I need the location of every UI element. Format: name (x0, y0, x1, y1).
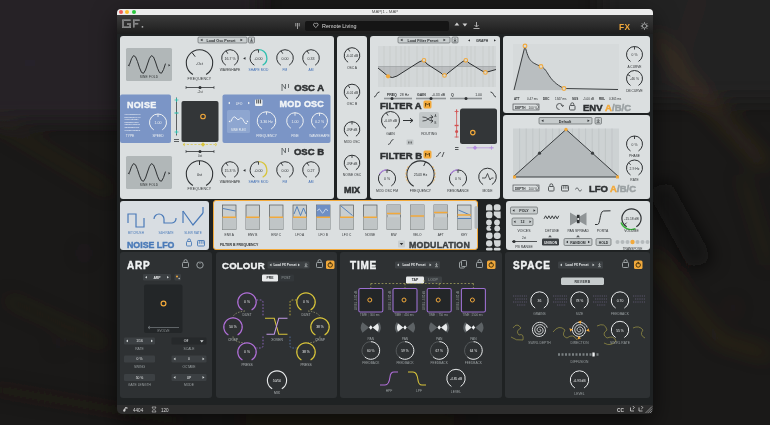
svg-text:NOISE: NOISE (127, 100, 157, 110)
svg-text:0.00: 0.00 (282, 56, 289, 60)
svg-text:WAVESHAPE: WAVESHAPE (309, 134, 330, 138)
svg-text:50/50: 50/50 (272, 379, 281, 383)
svg-text:-4.85 dB: -4.85 dB (450, 377, 462, 381)
svg-text:0 %: 0 % (244, 300, 250, 304)
svg-text:Load Osc Preset: Load Osc Preset (206, 38, 236, 42)
svg-text:4404: 4404 (133, 408, 144, 413)
svg-text:HOLD: HOLD (599, 240, 609, 244)
svg-text:0 %: 0 % (455, 177, 461, 181)
svg-text:-46 %: -46 % (630, 77, 639, 81)
svg-text:0 %: 0 % (384, 177, 390, 181)
svg-text:-6.02 dB: -6.02 dB (346, 54, 358, 58)
svg-text:OCTAVE: OCTAVE (182, 364, 196, 368)
svg-text:MOD OSC FM: MOD OSC FM (376, 188, 398, 192)
svg-text:SINE FLEX: SINE FLEX (231, 127, 246, 131)
svg-text:VOICES: VOICES (518, 228, 532, 232)
svg-text:120: 120 (161, 408, 169, 413)
svg-text:RESONANCE: RESONANCE (447, 188, 469, 192)
svg-text:0 %: 0 % (244, 350, 250, 354)
svg-text:/B/C: /B/C (612, 101, 631, 112)
svg-text:SWIRL RATE: SWIRL RATE (610, 341, 631, 345)
svg-text:MIX: MIX (344, 185, 360, 195)
svg-text:PHASE: PHASE (629, 154, 640, 158)
svg-text:MOD OSC: MOD OSC (280, 99, 325, 109)
svg-text:1.00: 1.00 (155, 121, 162, 125)
svg-text:DEPTH: DEPTH (515, 186, 526, 190)
svg-text:LEVEL: LEVEL (451, 389, 461, 393)
svg-text:DB CURVE: DB CURVE (626, 88, 642, 92)
svg-text:REVERB: REVERB (575, 279, 591, 283)
svg-text:A: A (435, 114, 437, 118)
svg-text:-6.01 dB: -6.01 dB (346, 90, 358, 94)
svg-text:50 %: 50 % (136, 375, 144, 379)
svg-text:ENV B: ENV B (247, 233, 257, 237)
svg-text:ARP: ARP (127, 260, 151, 271)
svg-text:WAVESHAPE: WAVESHAPE (220, 180, 241, 184)
svg-text:Load Filter Preset: Load Filter Preset (407, 38, 439, 42)
svg-text:PRESS: PRESS (300, 362, 312, 366)
svg-text:LEVEL -6.02 dB: LEVEL -6.02 dB (388, 290, 392, 309)
svg-text:50 %: 50 % (229, 325, 237, 329)
svg-text:12: 12 (521, 220, 525, 224)
svg-text:AFT: AFT (437, 233, 443, 237)
svg-text:MW: MW (390, 233, 396, 237)
svg-text:FEEDBACK: FEEDBACK (611, 311, 630, 315)
svg-text:FEEDBACK: FEEDBACK (465, 361, 483, 365)
svg-text:POLY: POLY (519, 209, 529, 213)
svg-text:-15.18 dB: -15.18 dB (624, 216, 639, 220)
svg-text:POST: POST (281, 276, 290, 280)
svg-text:LEVEL -6.02 dB: LEVEL -6.02 dB (422, 290, 426, 309)
svg-text:A: A (605, 101, 612, 112)
svg-text:SWING: SWING (134, 364, 146, 368)
svg-text:-INF dB: -INF dB (347, 161, 358, 165)
svg-text:SWIRL DEPTH: SWIRL DEPTH (528, 341, 551, 345)
svg-text:ROUTING: ROUTING (421, 132, 437, 136)
svg-text:SHAPE MOD: SHAPE MOD (249, 180, 269, 184)
svg-text:Remote Living: Remote Living (322, 22, 356, 28)
svg-text:-0.00: -0.00 (254, 168, 262, 172)
svg-text:DIRECTION: DIRECTION (570, 341, 589, 345)
svg-text:LFO: LFO (589, 182, 608, 193)
svg-text:FREQUENCY: FREQUENCY (410, 188, 432, 192)
svg-text:NOISE LFO: NOISE LFO (127, 239, 175, 249)
svg-text:-0.00: -0.00 (254, 56, 262, 60)
svg-text:CRISP: CRISP (227, 337, 238, 341)
svg-text:GRAPH: GRAPH (476, 38, 489, 42)
svg-text:0.27: 0.27 (308, 168, 315, 172)
svg-text:Default: Default (559, 119, 572, 123)
svg-text:-INF dB: -INF dB (347, 128, 358, 132)
svg-text:2.9 Hz: 2.9 Hz (630, 166, 640, 170)
svg-text:1.00: 1.00 (475, 92, 482, 96)
svg-text:300 ms: 300 ms (370, 313, 380, 317)
svg-text:NOISE OSC: NOISE OSC (343, 173, 362, 177)
svg-text:DIFFUSION: DIFFUSION (571, 359, 589, 363)
svg-text:LEVEL -6.02 dB: LEVEL -6.02 dB (354, 290, 358, 309)
svg-text:OSC B: OSC B (294, 146, 324, 157)
svg-text:SIZE: SIZE (576, 311, 584, 315)
svg-text:REL: REL (599, 96, 605, 100)
svg-text:28 Hz: 28 Hz (400, 92, 409, 96)
svg-text:FILTER A: FILTER A (380, 99, 422, 110)
svg-text:Load FX Preset: Load FX Preset (402, 263, 426, 267)
svg-text:KEY: KEY (461, 233, 468, 237)
svg-text:GAIN: GAIN (417, 92, 426, 96)
svg-text:1500 ms: 1500 ms (472, 313, 484, 317)
svg-text:FX: FX (619, 21, 630, 31)
svg-text:ENV: ENV (583, 101, 603, 112)
svg-text:0 %: 0 % (137, 357, 143, 361)
svg-text:-5.00 dB: -5.00 dB (583, 96, 594, 100)
svg-text:0.365 ms: 0.365 ms (609, 96, 622, 100)
svg-text:SPEED: SPEED (152, 133, 164, 137)
svg-text:2st: 2st (522, 235, 526, 239)
svg-text:PRE: PRE (266, 276, 274, 280)
svg-text:UP: UP (187, 375, 192, 379)
svg-text:TYPE: TYPE (126, 133, 135, 137)
svg-text:750 ms: 750 ms (438, 313, 448, 317)
svg-text:FREQ: FREQ (387, 92, 397, 96)
svg-text:Q: Q (451, 92, 454, 96)
svg-text:0 %: 0 % (303, 300, 309, 304)
svg-text:0.70: 0.70 (617, 299, 624, 303)
svg-text:0 %: 0 % (632, 142, 638, 146)
svg-text:BITCRUSH: BITCRUSH (128, 230, 144, 234)
svg-text:MIX: MIX (274, 391, 281, 395)
